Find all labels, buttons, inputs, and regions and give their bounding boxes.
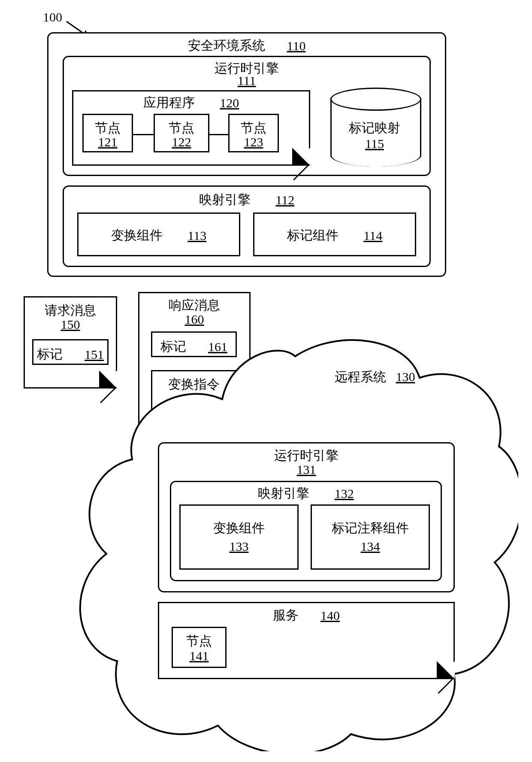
node-122-ref: 122 <box>155 135 208 149</box>
node-122-label: 节点 <box>155 119 208 137</box>
application-title: 应用程序 120 <box>73 94 309 112</box>
remote-transform-ref: 133 <box>181 539 297 554</box>
request-ref: 150 <box>25 317 116 332</box>
token-map-title: 标记映射 <box>330 119 419 137</box>
remote-transform-box: 变换组件 133 <box>179 504 299 570</box>
node-123-label: 节点 <box>230 119 278 137</box>
tokening-114-title: 标记组件 114 <box>254 227 415 244</box>
figure-ref-label: 100 <box>43 10 62 24</box>
remote-service-title: 服务 140 <box>159 607 453 624</box>
dogear-icon <box>292 148 310 166</box>
request-title: 请求消息 <box>25 302 116 319</box>
figure-stage: 100 安全环境系统 110 运行时引擎 111 应用程序 120 节点 121… <box>0 0 532 762</box>
transform-113-title: 变换组件 113 <box>79 227 239 244</box>
node-121-ref: 121 <box>84 135 132 149</box>
transform-113-box: 变换组件 113 <box>77 213 240 256</box>
remote-mapping-title: 映射引擎 132 <box>171 485 441 502</box>
remote-annotation-title: 标记注释组件 <box>312 519 429 537</box>
mapping-engine-title: 映射引擎 112 <box>64 191 429 209</box>
remote-annotation-ref: 134 <box>312 539 429 554</box>
response-ref: 160 <box>139 312 249 327</box>
response-title: 响应消息 <box>139 297 249 314</box>
remote-title: 远程系统 130 <box>335 368 415 386</box>
node-123-ref: 123 <box>230 135 278 149</box>
remote-transform-title: 变换组件 <box>181 519 297 537</box>
remote-node-ref: 141 <box>173 649 225 663</box>
connector-122-123 <box>209 134 228 135</box>
runtime-ref: 111 <box>64 73 429 88</box>
remote-node-label: 节点 <box>173 632 225 650</box>
node-122-box: 节点 122 <box>154 114 209 152</box>
token-map-ref: 115 <box>330 137 419 151</box>
node-121-box: 节点 121 <box>82 114 133 152</box>
dogear-icon <box>437 661 455 679</box>
remote-node-141-box: 节点 141 <box>172 627 227 668</box>
remote-runtime-ref: 131 <box>159 462 453 477</box>
remote-runtime-title: 运行时引擎 <box>159 447 453 464</box>
secure-env-title: 安全环境系统 110 <box>48 37 445 55</box>
remote-annotation-box: 标记注释组件 134 <box>311 504 430 570</box>
tokening-114-box: 标记组件 114 <box>253 213 416 256</box>
node-121-label: 节点 <box>84 119 132 137</box>
connector-121-122 <box>133 134 154 135</box>
node-123-box: 节点 123 <box>228 114 279 152</box>
